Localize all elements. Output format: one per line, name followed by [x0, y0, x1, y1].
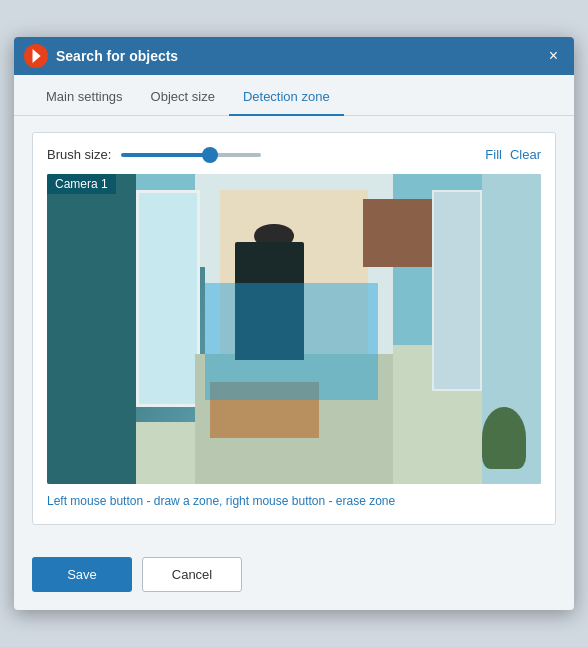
clear-button[interactable]: Clear: [510, 147, 541, 162]
close-button[interactable]: ×: [543, 46, 564, 66]
tab-detection-zone[interactable]: Detection zone: [229, 79, 344, 116]
detection-zone-overlay: [205, 283, 378, 401]
dialog: Search for objects × Main settings Objec…: [14, 37, 574, 610]
arrow-icon: [30, 49, 42, 63]
brush-size-label: Brush size:: [47, 147, 111, 162]
tabs-container: Main settings Object size Detection zone: [14, 79, 574, 116]
dialog-title: Search for objects: [56, 48, 543, 64]
svg-marker-0: [33, 49, 41, 63]
settings-panel: Brush size: Fill Clear: [32, 132, 556, 525]
save-button[interactable]: Save: [32, 557, 132, 592]
app-icon: [24, 44, 48, 68]
hint-text: Left mouse button - draw a zone, right m…: [47, 494, 541, 508]
cam-left-panel: [47, 174, 136, 484]
title-bar: Search for objects ×: [14, 37, 574, 75]
brush-size-slider[interactable]: [121, 153, 261, 157]
camera-scene: Camera 1: [47, 174, 541, 484]
footer: Save Cancel: [14, 543, 574, 610]
tab-main-settings[interactable]: Main settings: [32, 79, 137, 116]
fill-clear-buttons: Fill Clear: [485, 147, 541, 162]
cam-plant: [482, 407, 526, 469]
cam-shelf: [363, 199, 432, 267]
brush-slider-container: [121, 153, 485, 157]
content-area: Brush size: Fill Clear: [14, 116, 574, 543]
camera-label: Camera 1: [47, 174, 116, 194]
cam-window-right: [432, 190, 481, 392]
brush-size-row: Brush size: Fill Clear: [47, 147, 541, 162]
cam-window-left: [136, 190, 200, 407]
cancel-button[interactable]: Cancel: [142, 557, 242, 592]
fill-button[interactable]: Fill: [485, 147, 502, 162]
camera-view[interactable]: Camera 1: [47, 174, 541, 484]
tab-object-size[interactable]: Object size: [137, 79, 229, 116]
